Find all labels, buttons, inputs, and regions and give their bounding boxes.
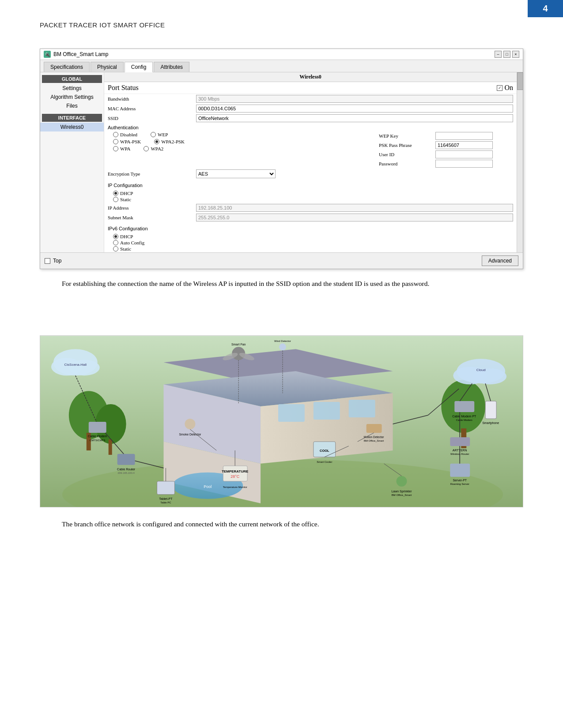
svg-rect-7 bbox=[278, 404, 305, 422]
svg-text:Motion Detector: Motion Detector bbox=[364, 435, 385, 439]
auth-wep[interactable]: WEP bbox=[151, 132, 168, 137]
wep-key-row: WEP Key bbox=[379, 132, 513, 140]
password-label: Password bbox=[379, 161, 432, 166]
bandwidth-input[interactable] bbox=[196, 95, 513, 103]
auth-disabled-radio[interactable] bbox=[113, 132, 118, 137]
mac-address-input[interactable] bbox=[196, 105, 513, 113]
window-controls[interactable]: – □ × bbox=[495, 51, 519, 58]
ip-address-label: IP Address bbox=[108, 205, 196, 210]
tab-attributes[interactable]: Attributes bbox=[154, 62, 189, 72]
port-status-checkbox[interactable]: ✓ bbox=[497, 85, 503, 91]
svg-point-66 bbox=[397, 476, 407, 487]
maximize-button[interactable]: □ bbox=[503, 51, 510, 58]
ip-dhcp[interactable]: DHCP bbox=[113, 191, 513, 196]
ipv6-auto-config[interactable]: Auto Config bbox=[113, 240, 513, 245]
svg-text:Cable Router: Cable Router bbox=[117, 468, 136, 471]
encryption-label: Encryption Type bbox=[108, 171, 196, 176]
svg-text:TEMPERATURE: TEMPERATURE bbox=[222, 469, 248, 473]
svg-text:Lawn Sprinkler: Lawn Sprinkler bbox=[391, 490, 412, 493]
ipv6-static-radio[interactable] bbox=[113, 246, 118, 251]
auth-wpa2-label: WPA2 bbox=[151, 146, 163, 151]
wep-key-label: WEP Key bbox=[379, 133, 432, 139]
auth-wpa-psk-radio[interactable] bbox=[113, 139, 118, 144]
mac-address-row: MAC Address bbox=[104, 104, 517, 113]
close-button[interactable]: × bbox=[512, 51, 519, 58]
subnet-mask-input[interactable] bbox=[196, 214, 513, 221]
ipv6-static[interactable]: Static bbox=[113, 246, 513, 251]
window-body: GLOBAL Settings Algorithm Settings Files… bbox=[40, 72, 523, 252]
ip-static-label: Static bbox=[120, 197, 131, 202]
ip-dhcp-radio[interactable] bbox=[113, 191, 118, 196]
scrollbar-thumb[interactable] bbox=[517, 72, 523, 90]
auth-wpa2[interactable]: WPA2 bbox=[144, 146, 163, 151]
svg-rect-55 bbox=[485, 401, 496, 419]
svg-text:Tablet-PT: Tablet-PT bbox=[159, 497, 173, 500]
auth-wpa2-psk-radio[interactable] bbox=[154, 139, 159, 144]
sidebar-item-files[interactable]: Files bbox=[40, 101, 104, 110]
ipv6-config-section: IPv6 Configuration bbox=[104, 222, 517, 233]
ssid-input[interactable] bbox=[196, 114, 513, 122]
auth-disabled-label: Disabled bbox=[120, 132, 137, 137]
svg-text:Smart Cooler: Smart Cooler bbox=[317, 461, 332, 463]
tab-config[interactable]: Config bbox=[125, 62, 153, 72]
sidebar-item-wireless0[interactable]: Wireless0 bbox=[40, 123, 104, 131]
svg-rect-15 bbox=[109, 439, 112, 455]
encryption-select-container[interactable]: AES bbox=[196, 169, 276, 178]
encryption-select[interactable]: AES bbox=[196, 169, 276, 178]
advanced-button[interactable]: Advanced bbox=[482, 255, 518, 266]
window-app-icon: 🔌 bbox=[44, 51, 51, 58]
svg-rect-60 bbox=[450, 464, 470, 477]
port-status-toggle[interactable]: ✓ On bbox=[497, 84, 513, 92]
svg-text:Cable Modem: Cable Modem bbox=[88, 435, 107, 438]
auth-wep-radio[interactable] bbox=[151, 132, 156, 137]
user-id-label: User ID bbox=[379, 152, 432, 157]
svg-text:Temperature Monitor: Temperature Monitor bbox=[223, 486, 247, 488]
auth-wpa2-psk[interactable]: WPA2-PSK bbox=[154, 139, 185, 144]
svg-rect-63 bbox=[157, 481, 175, 495]
ip-dhcp-label: DHCP bbox=[120, 191, 133, 196]
auth-disabled[interactable]: Disabled bbox=[113, 132, 137, 137]
auth-row-2: WPA-PSK WPA2-PSK bbox=[113, 139, 372, 144]
section-title: Wireless0 bbox=[104, 72, 517, 82]
ipv6-auto-radio[interactable] bbox=[113, 240, 118, 245]
svg-point-41 bbox=[279, 343, 286, 350]
sidebar-item-settings[interactable]: Settings bbox=[40, 84, 104, 93]
user-id-input[interactable] bbox=[435, 150, 493, 158]
svg-point-20 bbox=[69, 360, 100, 375]
sidebar-item-algorithm-settings[interactable]: Algorithm Settings bbox=[40, 93, 104, 101]
tab-specifications[interactable]: Specifications bbox=[44, 62, 90, 72]
password-input[interactable] bbox=[435, 160, 493, 168]
paragraph-1: For establishing the connection the name… bbox=[40, 278, 523, 289]
svg-text:Pool: Pool bbox=[204, 484, 212, 489]
top-label: Top bbox=[53, 258, 61, 264]
global-header: GLOBAL bbox=[42, 75, 102, 83]
auth-wpa[interactable]: WPA bbox=[113, 146, 130, 151]
wep-key-input[interactable] bbox=[435, 132, 493, 140]
svg-rect-43 bbox=[367, 424, 382, 433]
interface-header: INTERFACE bbox=[42, 114, 102, 122]
auth-wpa-radio[interactable] bbox=[113, 146, 118, 151]
svg-rect-28 bbox=[117, 454, 135, 465]
psk-passphrase-input[interactable] bbox=[435, 141, 493, 149]
top-checkbox[interactable] bbox=[45, 258, 50, 264]
minimize-button[interactable]: – bbox=[495, 51, 502, 58]
ip-static[interactable]: Static bbox=[113, 197, 513, 202]
on-label: On bbox=[504, 84, 513, 92]
svg-text:28°C: 28°C bbox=[230, 474, 240, 479]
config-sidebar: GLOBAL Settings Algorithm Settings Files… bbox=[40, 72, 104, 252]
scrollbar-track[interactable] bbox=[517, 72, 523, 252]
window-titlebar: 🔌 BM Office_Smart Lamp – □ × bbox=[40, 49, 523, 60]
ipv6-dhcp-radio[interactable] bbox=[113, 234, 118, 239]
device-config-window: 🔌 BM Office_Smart Lamp – □ × Specificati… bbox=[40, 49, 523, 269]
tab-physical[interactable]: Physical bbox=[91, 62, 124, 72]
ip-static-radio[interactable] bbox=[113, 197, 118, 202]
svg-rect-52 bbox=[454, 401, 474, 412]
ipv6-dhcp[interactable]: DHCP bbox=[113, 234, 513, 239]
auth-wpa-psk[interactable]: WPA-PSK bbox=[113, 139, 141, 144]
bandwidth-row: Bandwidth bbox=[104, 94, 517, 104]
auth-wpa2-radio[interactable] bbox=[144, 146, 149, 151]
port-status-row: Port Status ✓ On bbox=[104, 82, 517, 94]
ip-address-input[interactable] bbox=[196, 204, 513, 212]
svg-text:Table PC: Table PC bbox=[160, 501, 171, 504]
svg-text:CisScena-Hall: CisScena-Hall bbox=[64, 363, 87, 367]
